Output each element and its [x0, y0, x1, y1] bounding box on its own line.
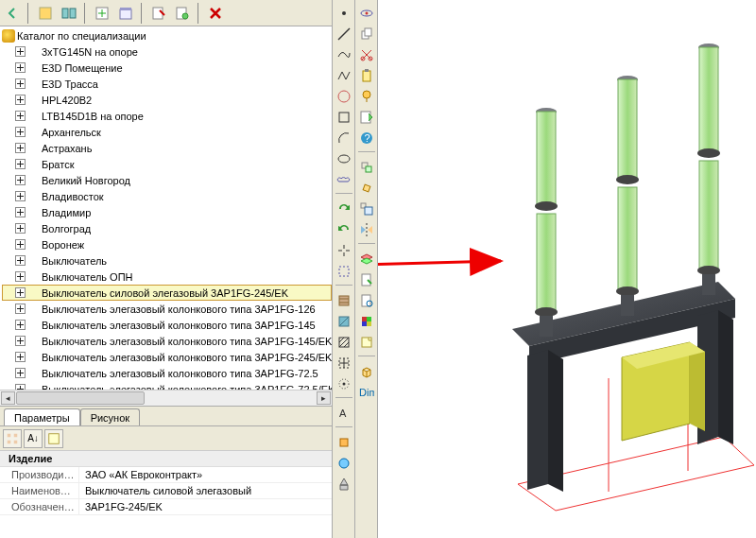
property-row[interactable]: Производит...ЗАО «АК Евроконтракт» — [0, 467, 332, 483]
tree-item[interactable]: Выключатель элегазовый колонкового типа … — [2, 301, 332, 317]
tree-button-5[interactable] — [148, 3, 169, 24]
trim-tool[interactable] — [335, 241, 353, 260]
expander-icon[interactable] — [15, 111, 26, 121]
tree-item[interactable]: Выключатель элегазовый колонкового типа … — [2, 365, 332, 381]
scroll-left-button[interactable]: ◂ — [1, 391, 15, 405]
tree-item[interactable]: Выключатель ОПН — [2, 269, 332, 285]
expander-icon[interactable] — [15, 287, 26, 298]
move-tool[interactable] — [357, 158, 376, 177]
tree-item[interactable]: HPL420B2 — [2, 92, 332, 108]
expander-icon[interactable] — [15, 304, 26, 314]
misc-tool-2[interactable] — [335, 454, 353, 473]
misc-tool-1[interactable] — [335, 433, 353, 452]
scale-tool[interactable] — [357, 200, 376, 218]
expander-icon[interactable] — [15, 352, 26, 362]
cloud-tool[interactable] — [335, 170, 353, 189]
expander-icon[interactable] — [15, 336, 26, 346]
paste-tool[interactable] — [357, 66, 376, 85]
arc-tool[interactable] — [335, 129, 353, 148]
circle-tool[interactable] — [335, 87, 353, 106]
tree-item[interactable]: Выключатель элегазовый колонкового типа … — [2, 333, 332, 349]
text-tool[interactable]: A — [335, 404, 353, 423]
view-doc-tool[interactable] — [357, 291, 376, 310]
tree-item[interactable]: Братск — [2, 156, 332, 172]
tree-item[interactable]: Волгоград — [2, 220, 332, 236]
hatch-tool[interactable] — [335, 291, 353, 310]
expander-icon[interactable] — [15, 191, 26, 201]
edit-tool[interactable] — [357, 108, 376, 127]
tree-item[interactable]: Владимир — [2, 204, 332, 220]
expander-icon[interactable] — [15, 175, 26, 185]
ellipse-tool[interactable] — [335, 149, 353, 168]
expander-icon[interactable] — [15, 62, 26, 73]
tree-item[interactable]: 3xTG145N на опоре — [2, 43, 332, 60]
box-3d-tool[interactable] — [357, 362, 376, 381]
tree-button-6[interactable] — [172, 3, 193, 24]
expander-icon[interactable] — [15, 127, 26, 137]
spline-tool[interactable] — [335, 45, 353, 64]
tree-item[interactable]: Воронеж — [2, 236, 332, 252]
tree-root-row[interactable]: Каталог по специализации — [2, 28, 332, 43]
tree-item[interactable]: Астрахань — [2, 140, 332, 156]
property-row[interactable]: Наименован...Выключатель силовой элегазо… — [0, 483, 332, 499]
hatch2-tool[interactable] — [335, 312, 353, 331]
hatch3-tool[interactable] — [335, 333, 353, 352]
expander-icon[interactable] — [15, 143, 26, 153]
prop-tool-button[interactable] — [44, 429, 63, 448]
tree-item[interactable]: Выключатель элегазовый колонкового типа … — [2, 317, 332, 333]
tree-item[interactable]: E3D Трасса — [2, 76, 332, 92]
color-tool[interactable] — [357, 312, 376, 331]
expander-icon[interactable] — [15, 95, 26, 105]
point-tool[interactable] — [335, 374, 353, 393]
tree-item[interactable]: Выключатель силовой элегазовый 3AP1FG-24… — [2, 285, 332, 301]
tree-button-1[interactable] — [35, 3, 56, 24]
copy-tool[interactable] — [357, 25, 376, 43]
line-tool[interactable] — [335, 25, 353, 43]
catalog-tree[interactable]: Каталог по специализации 3xTG145N на опо… — [0, 26, 332, 390]
polyline-tool[interactable] — [335, 66, 353, 85]
expander-icon[interactable] — [15, 239, 26, 250]
hatch4-tool[interactable] — [335, 354, 353, 373]
prop-sort-cat-button[interactable] — [3, 429, 22, 448]
rotate-tool[interactable] — [357, 179, 376, 198]
expander-icon[interactable] — [15, 368, 26, 378]
expander-icon[interactable] — [15, 223, 26, 234]
tab-drawing[interactable]: Рисунок — [80, 408, 141, 425]
help-icon[interactable]: ? — [357, 129, 376, 148]
tree-h-scrollbar[interactable]: ◂ ▸ — [0, 390, 332, 406]
note-tool[interactable] — [357, 333, 376, 352]
layer-tool[interactable] — [357, 250, 376, 269]
expander-icon[interactable] — [15, 320, 26, 330]
tree-item[interactable]: Великий Новгород — [2, 172, 332, 188]
dot-tool[interactable] — [335, 4, 353, 23]
expander-icon[interactable] — [15, 255, 26, 266]
scroll-thumb[interactable] — [16, 391, 145, 405]
expander-icon[interactable] — [15, 46, 26, 57]
3d-viewport[interactable] — [378, 0, 756, 538]
balloon-tool[interactable] — [357, 87, 376, 106]
tab-params[interactable]: Параметры — [4, 408, 80, 425]
redo-icon[interactable] — [335, 200, 353, 218]
tree-button-3[interactable] — [92, 3, 112, 24]
tree-button-4[interactable] — [115, 3, 136, 24]
tree-button-2[interactable] — [59, 3, 79, 24]
tree-item[interactable]: LTB145D1B на опоре — [2, 108, 332, 124]
mirror-tool[interactable] — [357, 220, 376, 239]
expander-icon[interactable] — [15, 207, 26, 217]
tree-item[interactable]: Выключатель — [2, 252, 332, 269]
expander-icon[interactable] — [15, 159, 26, 169]
dim-label[interactable]: Dim — [357, 383, 376, 402]
cut-tool[interactable] — [357, 45, 376, 64]
prop-sort-az-button[interactable]: A↓ — [24, 429, 43, 448]
delete-button[interactable] — [205, 3, 226, 24]
expander-icon[interactable] — [15, 78, 26, 89]
property-row[interactable]: Обозначени...3AP1FG-245/EK — [0, 499, 332, 515]
undo-icon[interactable] — [335, 220, 353, 239]
nav-back-button[interactable] — [2, 3, 23, 24]
edit-doc-tool[interactable] — [357, 270, 376, 289]
tree-item[interactable]: Владивосток — [2, 188, 332, 204]
expander-icon[interactable] — [15, 271, 26, 282]
tree-item[interactable]: E3D Помещение — [2, 60, 332, 76]
scroll-right-button[interactable]: ▸ — [317, 391, 331, 405]
misc-tool-3[interactable] — [335, 475, 353, 494]
